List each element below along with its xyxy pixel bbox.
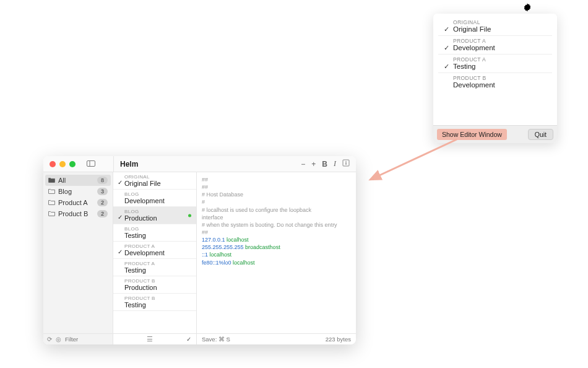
popup-item-name: Original File	[453, 25, 546, 33]
sidebar-toggle-icon[interactable]	[87, 160, 95, 169]
title-section: Helm − + B I	[113, 156, 356, 172]
check-icon	[442, 75, 451, 81]
popup-item[interactable]: ✓PRODUCT ADevelopment	[438, 36, 552, 55]
entry-item[interactable]: BLOGTesting	[113, 224, 196, 242]
popup-footer: Show Editor Window Quit	[433, 125, 557, 143]
entry-item[interactable]: BLOGDevelopment	[113, 190, 196, 207]
entry-category: PRODUCT B	[124, 278, 191, 284]
show-editor-button[interactable]: Show Editor Window	[437, 129, 507, 140]
sidebar-item-label: Product A	[58, 199, 88, 206]
entry-item[interactable]: PRODUCT ATesting	[113, 259, 196, 276]
popup-item-texts: ORIGINALOriginal File	[451, 19, 546, 33]
entry-texts: PRODUCT BProduction	[124, 278, 191, 291]
window-title: Helm	[120, 160, 138, 169]
menubar-gear-icon[interactable]	[522, 2, 532, 12]
popup-item-category: PRODUCT A	[453, 38, 546, 44]
popup-item-category: PRODUCT A	[453, 56, 546, 63]
entries-list: ✓ORIGINALOriginal FileBLOGDevelopment✓BL…	[113, 172, 196, 333]
popup-item-texts: PRODUCT ATesting	[451, 56, 546, 70]
titlebar: Helm − + B I	[43, 156, 356, 172]
sidebar-item-badge: 2	[97, 199, 108, 206]
entry-name: Production	[124, 214, 191, 222]
sidebar-item-badge: 8	[97, 177, 108, 184]
close-window-button[interactable]	[50, 161, 56, 167]
entry-texts: BLOGProduction	[124, 209, 191, 222]
bold-button[interactable]: B	[322, 160, 327, 169]
zoom-in-button[interactable]: +	[311, 160, 316, 169]
minimize-window-button[interactable]	[59, 161, 66, 167]
entry-texts: ORIGINALOriginal File	[124, 174, 191, 187]
entry-category: PRODUCT A	[124, 261, 191, 266]
toolbar: − + B I	[301, 159, 350, 169]
popup-item-name: Development	[453, 81, 546, 89]
sidebar-item-badge: 2	[97, 210, 108, 217]
entry-item[interactable]: PRODUCT BProduction	[113, 276, 196, 294]
popup-item[interactable]: ✓ORIGINALOriginal File	[438, 17, 552, 36]
sidebar-item-label: All	[58, 177, 66, 184]
check-icon	[116, 261, 124, 266]
zoom-window-button[interactable]	[69, 161, 76, 167]
check-icon: ✓	[442, 56, 451, 71]
check-icon: ✓	[116, 243, 124, 255]
entry-name: Original File	[124, 180, 191, 187]
svg-rect-2	[87, 160, 95, 166]
sidebar-item-badge: 3	[97, 188, 108, 195]
svg-rect-5	[345, 161, 346, 162]
annotation-arrow	[364, 136, 463, 198]
svg-rect-6	[345, 162, 346, 165]
sidebar-item-label: Product B	[58, 210, 88, 217]
editor-window: Helm − + B I All8Blog3Product A2Product …	[43, 156, 356, 344]
filter-icon[interactable]: ◎	[56, 336, 61, 343]
entry-item[interactable]: ✓PRODUCT ADevelopment	[113, 242, 196, 259]
sidebar-item-label: Blog	[58, 188, 72, 195]
entry-texts: BLOGTesting	[124, 226, 191, 239]
editor-textarea[interactable]: ##### Host Database## localhost is used …	[197, 172, 356, 333]
check-icon	[116, 226, 124, 231]
entry-texts: BLOGDevelopment	[124, 191, 191, 204]
check-icon	[116, 191, 124, 196]
entries-footer: ✓	[113, 333, 196, 344]
quit-button[interactable]: Quit	[528, 129, 553, 140]
folder-icon	[48, 188, 55, 195]
entry-category: PRODUCT B	[124, 296, 191, 301]
sidebar-item[interactable]: Product A2	[43, 197, 113, 208]
italic-button[interactable]: I	[334, 159, 336, 169]
entries-column: ✓ORIGINALOriginal FileBLOGDevelopment✓BL…	[113, 172, 197, 344]
popup-item-texts: PRODUCT BDevelopment	[451, 75, 546, 89]
sync-icon[interactable]: ⟳	[47, 336, 52, 343]
bytes-label: 223 bytes	[326, 336, 351, 343]
sidebar-item[interactable]: Blog3	[43, 186, 113, 197]
entry-item[interactable]: PRODUCT BTesting	[113, 294, 196, 311]
entry-name: Development	[124, 197, 191, 204]
popup-item-category: ORIGINAL	[453, 19, 546, 25]
zoom-out-button[interactable]: −	[301, 160, 305, 169]
entry-category: BLOG	[124, 209, 191, 214]
entry-texts: PRODUCT ATesting	[124, 261, 191, 274]
entry-name: Production	[124, 284, 191, 291]
popup-item-name: Development	[453, 44, 546, 51]
popup-item[interactable]: ✓PRODUCT ATesting	[438, 55, 552, 73]
entry-item[interactable]: ✓ORIGINALOriginal File	[113, 172, 196, 190]
sidebar-item[interactable]: All8	[45, 175, 111, 186]
entry-name: Testing	[124, 266, 191, 274]
entry-name: Development	[124, 249, 191, 256]
popup-item[interactable]: PRODUCT BDevelopment	[438, 73, 552, 90]
apply-check-icon[interactable]: ✓	[186, 336, 191, 343]
entry-item[interactable]: ✓BLOGProduction	[113, 207, 196, 224]
info-button[interactable]	[342, 159, 350, 169]
modified-indicator	[188, 214, 191, 217]
folder-icon	[48, 211, 55, 217]
sidebar-item[interactable]: Product B2	[43, 208, 113, 219]
svg-line-1	[370, 139, 457, 180]
popup-item-texts: PRODUCT ADevelopment	[451, 38, 546, 51]
window-body: All8Blog3Product A2Product B2 ⟳ ◎ ☰ ✓ORI…	[43, 172, 356, 344]
entry-category: ORIGINAL	[124, 174, 191, 180]
folder-icon	[48, 199, 55, 206]
sidebar: All8Blog3Product A2Product B2 ⟳ ◎ ☰	[43, 172, 113, 344]
popup-list: ✓ORIGINALOriginal File✓PRODUCT ADevelopm…	[433, 14, 557, 125]
save-hint: Save: ⌘ S	[202, 336, 230, 343]
check-icon	[116, 296, 124, 300]
sidebar-list: All8Blog3Product A2Product B2	[43, 172, 113, 333]
entry-name: Testing	[124, 301, 191, 309]
check-icon: ✓	[442, 19, 451, 33]
